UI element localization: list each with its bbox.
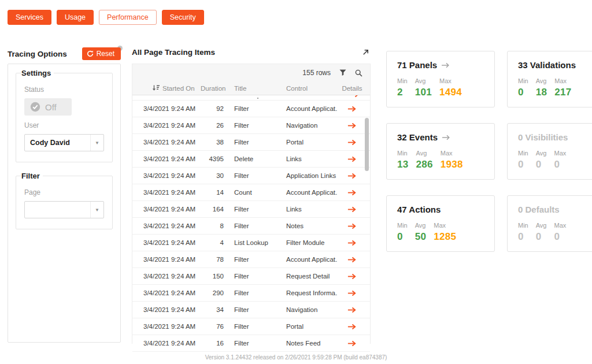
row-details-button[interactable]	[347, 173, 357, 179]
row-details-button[interactable]	[347, 190, 357, 196]
nav-services-button[interactable]: Services	[8, 10, 51, 25]
cell-title: Filter	[228, 222, 282, 229]
cell-duration: 26	[201, 122, 228, 129]
expand-panel-button[interactable]	[361, 47, 371, 57]
row-details-button[interactable]	[347, 340, 357, 347]
details-arrow-icon	[347, 173, 357, 179]
table-row[interactable]: 3/4/2021 9:24 AM 76 Filter Portal	[132, 318, 370, 335]
column-header-control[interactable]: Control	[282, 85, 338, 92]
filter-button[interactable]	[339, 69, 346, 76]
cell-control: Application Links	[282, 172, 338, 179]
row-details-button[interactable]	[347, 324, 357, 330]
cell-duration: 34	[201, 306, 228, 313]
column-header-title[interactable]: Title	[228, 85, 282, 92]
cell-control: Portal	[282, 139, 338, 146]
row-details-button[interactable]	[347, 156, 357, 162]
cell-duration: 92	[201, 105, 228, 112]
page-select[interactable]: ▼	[24, 201, 104, 218]
stat-card-title-row: 33 Validations	[518, 60, 592, 70]
settings-legend: Settings	[21, 69, 54, 77]
table-row[interactable]: 3/4/2021 9:24 AM 14 Count Account Applic…	[132, 184, 370, 201]
row-details-button[interactable]	[347, 240, 357, 246]
stat-max: Max1285	[434, 222, 456, 243]
stat-values-row: Min0Avg0Max0	[518, 222, 592, 243]
refresh-icon	[87, 50, 94, 57]
top-nav: Services Usage Performance Security	[8, 10, 204, 25]
row-details-button[interactable]	[347, 290, 357, 296]
table-row[interactable]: 3/4/2021 9:24 AM 4395 Delete Links	[132, 151, 370, 168]
nav-security-button[interactable]: Security	[162, 10, 204, 25]
cell-control: Links	[282, 206, 338, 213]
user-select[interactable]: Cody David ▼	[24, 134, 104, 151]
cell-control: Portal	[282, 323, 338, 330]
stat-label: Avg	[416, 150, 433, 157]
row-details-button[interactable]	[347, 122, 357, 129]
details-arrow-icon	[347, 122, 357, 129]
cell-duration: 4	[201, 239, 228, 246]
stat-label: Min	[397, 222, 408, 229]
stat-avg: Avg50	[415, 222, 427, 243]
cell-control: Notes	[282, 222, 338, 229]
column-header-started-on[interactable]: Started On	[140, 85, 201, 92]
nav-usage-button[interactable]: Usage	[57, 10, 94, 25]
column-header-duration[interactable]: Duration	[201, 85, 228, 92]
tracing-options-panel: Settings Status Off User Cody David ▼ Fi…	[8, 64, 121, 343]
table-row[interactable]: 3/4/2021 9:24 AM 150 Filter Request Deta…	[132, 268, 370, 285]
details-arrow-icon	[347, 206, 357, 213]
row-details-button[interactable]	[347, 223, 357, 229]
stat-label: Max	[434, 222, 456, 229]
stat-min: Min0	[518, 77, 528, 98]
stat-label: Avg	[415, 77, 432, 84]
row-details-button[interactable]	[347, 206, 357, 213]
table-row[interactable]: 3/4/2021 9:24 AM 290 Filter Request Info…	[132, 285, 370, 302]
search-button[interactable]	[355, 69, 362, 77]
status-off-toggle[interactable]: Off	[24, 98, 72, 116]
card-link-arrow-icon[interactable]	[442, 62, 450, 68]
table-row[interactable]: 3/4/2021 9:24 AM 38 Filter Portal	[132, 134, 370, 151]
stat-card: 0 Defaults Min0Avg0Max0	[507, 195, 592, 252]
reset-button-wrap: Reset	[82, 47, 121, 60]
card-link-arrow-icon[interactable]	[442, 135, 450, 140]
stat-card-title-row: 32 Events	[397, 132, 484, 142]
table-row[interactable]: 3/4/2021 9:24 AM 34 Filter Navigation	[132, 302, 370, 318]
cell-control: Account Applicat...	[282, 105, 338, 112]
stat-value: 1494	[439, 87, 462, 98]
table-row[interactable]: 3/4/2021 9:24 AM 4 List Lookup Filter Mo…	[132, 235, 370, 251]
cell-title: Delete	[228, 155, 282, 162]
stat-value: 0	[518, 231, 528, 243]
cell-started-on: 3/4/2021 9:24 AM	[140, 206, 201, 213]
table-row[interactable]: 3/4/2021 9:24 AM 78 Filter Account Appli…	[132, 251, 370, 268]
stat-card-title-row: 0 Visibilities	[518, 132, 592, 142]
cell-title: Filter	[228, 256, 282, 263]
stat-card-title: 0 Defaults	[518, 205, 560, 214]
reset-button[interactable]: Reset	[82, 47, 121, 60]
table-row[interactable]: 3/4/2021 9:24 AM 164 Filter Links	[132, 201, 370, 218]
stat-card-title-row: 47 Actions	[397, 205, 484, 214]
stat-card-title: 47 Actions	[397, 205, 441, 214]
cell-control: Filter Module	[282, 239, 338, 246]
cell-details	[338, 106, 367, 112]
table-toolbar: 155 rows	[132, 64, 370, 81]
user-label: User	[24, 121, 104, 129]
table-row[interactable]: 3/4/2021 9:24 AM 8 Filter Notes	[132, 218, 370, 235]
partially-scrolled-row	[132, 95, 370, 101]
cell-started-on: 3/4/2021 9:24 AM	[140, 222, 201, 229]
row-details-button[interactable]	[347, 307, 357, 313]
stat-value: 50	[415, 231, 427, 243]
vertical-scrollbar-thumb[interactable]	[365, 118, 369, 171]
table-row[interactable]: 3/4/2021 9:24 AM 16 Filter Notes Feed	[132, 335, 370, 352]
row-details-button[interactable]	[347, 273, 357, 280]
nav-performance-button[interactable]: Performance	[99, 10, 157, 25]
tracing-items-header: All Page Tracing Items	[132, 47, 371, 57]
table-row[interactable]: 3/4/2021 9:24 AM 92 Filter Account Appli…	[132, 101, 370, 117]
stat-min: Min0	[397, 222, 408, 243]
search-icon	[355, 69, 362, 77]
stat-value: 0	[397, 231, 408, 243]
row-details-button[interactable]	[347, 257, 357, 263]
table-row[interactable]: 3/4/2021 9:24 AM 30 Filter Application L…	[132, 168, 370, 184]
filter-funnel-icon	[339, 69, 346, 76]
cell-duration: 38	[201, 139, 228, 146]
row-details-button[interactable]	[347, 139, 357, 146]
row-details-button[interactable]	[347, 106, 357, 112]
table-row[interactable]: 3/4/2021 9:24 AM 26 Filter Navigation	[132, 117, 370, 134]
